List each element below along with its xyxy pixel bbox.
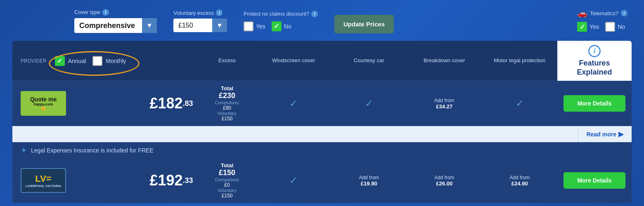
cover-type-select-wrapper: Comprehensive Third Party Fire & Theft T… <box>74 18 157 33</box>
qmh-motor-legal-cell: ✓ <box>482 81 558 126</box>
voluntary-excess-select[interactable]: £0 £50 £100 £150 £200 £250 <box>173 19 227 32</box>
qmh-breakdown-cell: Add from £34.27 <box>407 81 482 126</box>
courtesy-car-header: Courtesy car <box>331 41 407 81</box>
qmh-courtesy-cell: ✓ <box>331 81 407 126</box>
legal-expenses-banner: ✦ Legal Expenses Insurance is included f… <box>12 142 632 158</box>
lv-logo-cell: LV= LIVERPOOL VICTORIA <box>12 158 144 203</box>
telematics-yes-checkbox[interactable] <box>577 22 587 32</box>
lv-price: £192.33 <box>149 172 193 189</box>
annual-checkbox[interactable] <box>55 56 65 66</box>
no-claims-label: Protect no claims discount? i <box>244 11 318 17</box>
cover-type-info-icon[interactable]: i <box>102 9 109 16</box>
annual-monthly-toggle: Annual Monthly <box>55 56 126 66</box>
main-container: Cover type i Comprehensive Third Party F… <box>0 0 644 206</box>
lv-price-cell: £192.33 <box>144 158 198 203</box>
qmh-excess-cell: Total £230 Compulsory £80 Voluntary £150 <box>198 81 256 126</box>
no-claims-no-option[interactable]: No <box>272 21 291 31</box>
cover-type-label: Cover type i <box>74 9 157 16</box>
car-icon: 🚗 <box>577 8 587 18</box>
no-claims-radio-group: Yes No <box>244 21 318 31</box>
top-controls: Cover type i Comprehensive Third Party F… <box>8 4 636 37</box>
no-claims-group: Protect no claims discount? i Yes No <box>244 11 318 31</box>
features-info-icon: i <box>588 45 601 57</box>
voluntary-excess-group: Voluntary excess i £0 £50 £100 £150 £200… <box>173 9 227 32</box>
results-table: Provider Annual Monthly Excess Windscree… <box>12 41 632 203</box>
cover-type-select[interactable]: Comprehensive Third Party Fire & Theft T… <box>74 18 157 33</box>
lv-more-details-button[interactable]: More Details <box>564 172 625 189</box>
telematics-radio-group: Yes No <box>577 22 627 32</box>
monthly-checkbox[interactable] <box>92 56 102 66</box>
no-claims-yes-checkbox[interactable] <box>244 21 253 31</box>
excess-header: Excess <box>198 41 256 81</box>
qmh-price-cell: £182.83 <box>144 81 198 126</box>
qmh-price: £182.83 <box>149 95 193 112</box>
no-claims-info-icon[interactable]: i <box>311 11 318 17</box>
qmh-logo-cell: Quote me happy.com 😊 <box>12 81 144 126</box>
lv-excess-cell: Total £150 Compulsory £0 Voluntary £150 <box>198 158 256 203</box>
table-row: LV= LIVERPOOL VICTORIA £192.33 Total £15… <box>12 158 632 203</box>
voluntary-excess-select-wrapper: £0 £50 £100 £150 £200 £250 ▼ <box>173 19 227 32</box>
lv-breakdown-cell: Add from £26.00 <box>407 158 482 203</box>
lv-logo: LV= LIVERPOOL VICTORIA <box>21 168 66 193</box>
table-header-row: Provider Annual Monthly Excess Windscree… <box>12 41 632 81</box>
windscreen-header: Windscreen cover <box>256 41 331 81</box>
telematics-section: 🚗 Telematics? i Yes No <box>577 8 627 32</box>
voluntary-excess-label: Voluntary excess i <box>173 9 227 16</box>
monthly-label: Monthly <box>106 58 126 64</box>
lv-windscreen-cell: ✓ <box>256 158 331 203</box>
motor-legal-header: Motor legal protection <box>482 41 558 81</box>
cover-type-group: Cover type i Comprehensive Third Party F… <box>74 9 157 33</box>
price-header <box>144 41 198 81</box>
read-more-link[interactable]: Read more ▶ <box>578 126 632 142</box>
no-claims-no-checkbox[interactable] <box>272 21 282 31</box>
lv-courtesy-cell: Add from £19.90 <box>331 158 407 203</box>
voluntary-excess-info-icon[interactable]: i <box>216 9 223 16</box>
qmh-windscreen-cell: ✓ <box>256 81 331 126</box>
qmh-more-details-button[interactable]: More Details <box>564 95 625 112</box>
telematics-yes-option[interactable]: Yes <box>577 22 599 32</box>
telematics-label: 🚗 Telematics? i <box>577 8 627 18</box>
read-more-row: Read more ▶ <box>12 126 632 142</box>
telematics-info-icon[interactable]: i <box>621 10 627 16</box>
star-icon: ✦ <box>21 146 27 155</box>
features-explained-header: i Features Explained <box>557 41 632 81</box>
qmh-logo: Quote me happy.com 😊 <box>21 91 66 116</box>
no-claims-yes-option[interactable]: Yes <box>244 21 265 31</box>
table-row: Quote me happy.com 😊 £182.83 Total £230 … <box>12 81 632 126</box>
qmh-action-cell: More Details <box>557 81 632 126</box>
annual-label: Annual <box>68 58 86 64</box>
read-more-arrow-icon: ▶ <box>618 130 623 138</box>
breakdown-cover-header: Breakdown cover <box>407 41 482 81</box>
telematics-no-checkbox[interactable] <box>605 22 615 32</box>
provider-header: Provider Annual Monthly <box>12 41 144 81</box>
provider-column-label: Provider <box>21 58 47 64</box>
features-title: Features Explained <box>561 59 627 77</box>
lv-action-cell: More Details <box>557 158 632 203</box>
update-prices-button[interactable]: Update Prices <box>334 15 394 33</box>
telematics-no-option[interactable]: No <box>605 22 625 32</box>
lv-motor-legal-cell: Add from £24.90 <box>482 158 558 203</box>
